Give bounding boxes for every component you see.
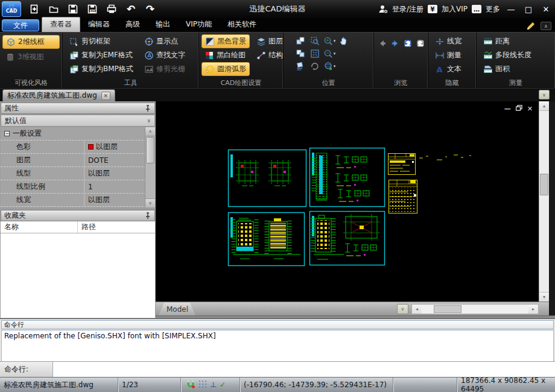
model-tab[interactable]: Model	[159, 303, 196, 315]
close-button[interactable]: ✕	[539, 2, 553, 16]
copy-bmp-button[interactable]: BMP 复制为BMP格式	[66, 62, 136, 76]
cube-icon	[6, 37, 16, 47]
bring-forward-button[interactable]	[293, 34, 308, 47]
login-link[interactable]: 登录/注册	[392, 4, 423, 14]
zoom-extents-button[interactable]	[308, 47, 322, 60]
measure-distance-button[interactable]: 距离	[480, 34, 555, 48]
rotate-view-button[interactable]	[308, 60, 322, 72]
view-forward-button[interactable]	[389, 37, 402, 49]
document-tab-close-icon[interactable]: ✕	[101, 92, 110, 100]
maximize-button[interactable]: □	[522, 2, 535, 16]
scroll-left-icon[interactable]: ◂	[412, 305, 422, 314]
status-dimensions: 187366.4 x 90862.45 x 64495	[457, 378, 555, 392]
zoom-window-button[interactable]	[308, 34, 322, 47]
save-button[interactable]	[63, 1, 83, 17]
command-prompt-label: 命令行:	[0, 362, 53, 377]
mdi-restore-button[interactable]	[516, 105, 522, 113]
rotate-angle-button[interactable]: 35°	[293, 60, 308, 72]
properties-preset-dropdown[interactable]: 默认值 ∨	[1, 115, 155, 127]
drawing-sheet-plans	[229, 150, 306, 207]
measure-area-button[interactable]: 面积	[480, 62, 555, 76]
layers-button[interactable]: 图层	[253, 34, 286, 48]
copy-emf-button[interactable]: EMF 复制为EMF格式	[66, 48, 136, 62]
ribbon-collapse-button[interactable]: ∧	[541, 22, 551, 30]
measure-polyline-button[interactable]: 多段线长度	[480, 48, 555, 62]
tab-editor[interactable]: 编辑器	[80, 17, 118, 32]
hide-text-button[interactable]: A 文本	[432, 62, 476, 76]
previous-view-button[interactable]	[402, 37, 414, 49]
hide-linewidth-button[interactable]: 线宽	[432, 34, 476, 48]
orbit-3d-button[interactable]: ▾	[322, 60, 337, 72]
save-pdf-button[interactable]: PDF	[83, 1, 102, 17]
hide-measure-button[interactable]: 测量	[432, 48, 476, 62]
tab-viewer[interactable]: 查看器	[42, 17, 80, 32]
grid-icon[interactable]	[198, 380, 207, 390]
scroll-thumb[interactable]	[434, 305, 461, 313]
scroll-thumb[interactable]	[146, 137, 154, 163]
find-text-button[interactable]: A 查找文字	[141, 48, 188, 62]
tab-related[interactable]: 相关软件	[220, 17, 264, 32]
point-target-icon	[144, 37, 154, 46]
zoom-out-button[interactable]: ▾	[322, 47, 337, 60]
favorites-list[interactable]	[1, 233, 155, 318]
view-3d-button[interactable]: 3维视图	[2, 50, 60, 64]
collapse-icon[interactable]: −	[4, 131, 10, 136]
smooth-arc-button[interactable]: 圆滑弧形	[201, 62, 250, 76]
wireframe-2d-button[interactable]: 2维线框	[2, 35, 60, 49]
pan-button[interactable]	[337, 34, 351, 47]
new-file-button[interactable]	[25, 1, 44, 17]
redo-button[interactable]: ↷	[141, 1, 160, 17]
mdi-minimize-button[interactable]: —	[504, 105, 511, 113]
pin-icon[interactable]	[144, 105, 151, 112]
perpendicular-icon[interactable]: ⊥	[210, 381, 217, 389]
scroll-thumb[interactable]	[540, 174, 548, 195]
command-input[interactable]	[53, 362, 555, 377]
open-file-button[interactable]	[44, 1, 63, 17]
bw-drawing-button[interactable]: 黑白绘图	[201, 48, 250, 62]
scroll-down-icon[interactable]: ∨	[145, 198, 155, 207]
mdi-close-button[interactable]: ✕	[527, 105, 533, 113]
svg-text:PDF: PDF	[90, 10, 96, 13]
undo-button[interactable]: ↶	[121, 1, 141, 17]
canvas-area: — ✕ ▴ ▾ Model ∨ ◂ ▸	[156, 101, 555, 318]
scroll-up-icon[interactable]: ▴	[539, 101, 549, 111]
scroll-up-icon[interactable]: ∧	[145, 127, 155, 136]
show-point-button[interactable]: 显示点	[141, 34, 188, 48]
properties-section-row[interactable]: −一般设置	[1, 127, 155, 141]
print-button[interactable]	[102, 1, 121, 17]
ortho-check-icon[interactable]: ✓	[220, 381, 226, 389]
structure-button[interactable]: 结构	[253, 48, 286, 62]
pin-icon[interactable]	[144, 212, 151, 220]
properties-scrollbar[interactable]: ∧ ∨	[145, 127, 155, 207]
svg-text:BMP: BMP	[71, 65, 78, 68]
send-backward-button[interactable]	[293, 47, 308, 60]
scroll-down-icon[interactable]: ▾	[539, 292, 549, 302]
more-link[interactable]: 更多	[486, 4, 500, 14]
favorites-col-path[interactable]: 路径	[78, 222, 155, 232]
canvas-vertical-scrollbar[interactable]: ▴ ▾	[539, 101, 549, 302]
canvas-horizontal-scrollbar[interactable]: ◂ ▸	[411, 304, 539, 314]
black-background-button[interactable]: 黑色背景	[201, 34, 250, 48]
cad-drawing	[156, 101, 539, 302]
scroll-right-icon[interactable]: ▸	[528, 305, 538, 314]
pencil-icon[interactable]	[526, 21, 536, 31]
tab-output[interactable]: 输出	[148, 17, 178, 32]
app-logo[interactable]: ⬚ CAD	[2, 1, 21, 17]
clip-frame-button[interactable]: 剪切框架	[66, 34, 136, 48]
tab-list-dropdown[interactable]: ∨	[539, 90, 550, 100]
layout-dropdown-button[interactable]: ∨	[397, 304, 408, 314]
document-tab[interactable]: 标准农民房建筑施工图.dwg ✕	[2, 89, 115, 101]
next-view-button[interactable]	[414, 37, 427, 49]
zoom-in-button[interactable]: ▾	[322, 34, 337, 47]
trim-raster-button[interactable]: 修剪光栅	[141, 62, 188, 76]
drawing-viewport[interactable]: — ✕	[156, 101, 539, 302]
join-vip-link[interactable]: 加入VIP	[442, 4, 468, 14]
tab-advanced[interactable]: 高级	[118, 17, 148, 32]
tab-vip[interactable]: VIP功能	[178, 17, 220, 32]
menu-file-button[interactable]: 文件	[2, 19, 39, 31]
snap-icon[interactable]	[186, 379, 195, 391]
view-back-button[interactable]	[376, 37, 389, 49]
minimize-button[interactable]: —	[504, 2, 518, 16]
ribbon: 2维线框 3维视图 可视化风格 剪切框架 EMF 复	[0, 32, 555, 89]
favorites-col-name[interactable]: 名称	[1, 221, 78, 233]
